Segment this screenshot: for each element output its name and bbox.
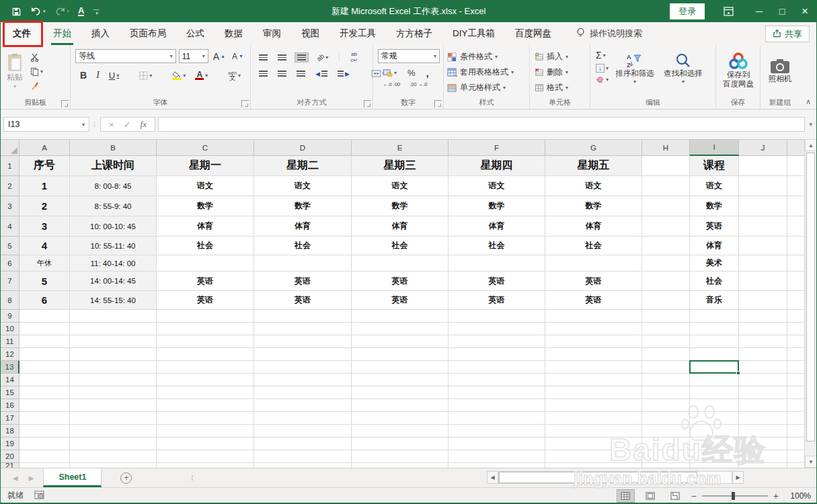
cell-X9[interactable] (787, 310, 806, 323)
cell-H5[interactable] (642, 237, 690, 255)
ribbon-tab-7[interactable]: 视图 (291, 22, 329, 45)
cell-B13[interactable] (70, 361, 157, 374)
cell-F16[interactable] (449, 399, 545, 412)
cell-E2[interactable]: 语文 (352, 176, 449, 196)
cell-J19[interactable] (739, 437, 787, 450)
cell-I2[interactable]: 语文 (690, 176, 739, 196)
cell-I3[interactable]: 数学 (690, 196, 739, 216)
cell-E12[interactable] (352, 348, 449, 361)
cell-styles-button[interactable]: 单元格样式▾ (447, 81, 526, 95)
cell-G7[interactable]: 英语 (545, 271, 642, 291)
cell-G5[interactable]: 社会 (545, 237, 642, 255)
decrease-indent-button[interactable]: ◀ (313, 70, 329, 78)
cell-J12[interactable] (739, 348, 787, 361)
cell-E19[interactable] (352, 437, 449, 450)
ribbon-tab-1[interactable]: 开始 (43, 22, 81, 45)
cell-C2[interactable]: 语文 (157, 176, 254, 196)
align-right-button[interactable] (295, 70, 307, 77)
cell-I18[interactable] (690, 425, 739, 437)
cell-I1[interactable]: 课程 (690, 156, 739, 176)
row-header-5[interactable]: 5 (1, 237, 20, 255)
increase-decimal-button[interactable]: ←.0 .00 (381, 81, 402, 88)
scroll-down-icon[interactable]: ▼ (805, 456, 817, 468)
align-bottom-button[interactable] (295, 52, 309, 62)
cell-I17[interactable] (690, 412, 739, 425)
cell-A9[interactable] (20, 310, 70, 323)
name-box[interactable]: I13 ▾ (3, 117, 89, 132)
select-all-corner[interactable] (1, 140, 20, 156)
borders-button[interactable]: ▾ (137, 71, 154, 81)
cell-F20[interactable] (449, 450, 545, 463)
cell-E15[interactable] (352, 386, 449, 399)
cell-A5[interactable]: 4 (20, 237, 70, 255)
percent-style-button[interactable]: % (405, 67, 418, 79)
cell-G9[interactable] (545, 310, 642, 323)
zoom-in-icon[interactable]: + (773, 491, 779, 501)
cell-J20[interactable] (739, 450, 787, 463)
new-sheet-button[interactable]: + (120, 472, 132, 484)
page-layout-view-button[interactable] (641, 489, 660, 503)
cell-A20[interactable] (20, 450, 70, 463)
column-header-E[interactable]: E (352, 140, 449, 156)
vertical-scrollbar[interactable]: ▲ ▼ (804, 139, 816, 468)
font-style-icon[interactable]: A (78, 7, 84, 16)
cell-F14[interactable] (449, 374, 545, 386)
cell-E21[interactable] (352, 463, 449, 468)
cell-H2[interactable] (642, 176, 690, 196)
cell-F5[interactable]: 社会 (449, 237, 545, 255)
cell-B20[interactable] (70, 450, 157, 463)
cell-C7[interactable]: 英语 (157, 271, 254, 291)
cell-A1[interactable]: 序号 (20, 156, 70, 176)
cell-H14[interactable] (642, 374, 690, 386)
cell-B15[interactable] (70, 386, 157, 399)
cell-C15[interactable] (157, 386, 254, 399)
column-header-C[interactable]: C (157, 140, 254, 156)
cell-E3[interactable]: 数学 (352, 196, 449, 216)
cell-F11[interactable] (449, 335, 545, 348)
row-header-6[interactable]: 6 (1, 255, 20, 271)
grow-font-button[interactable]: A▲ (211, 50, 227, 62)
cell-E9[interactable] (352, 310, 449, 323)
cell-J11[interactable] (739, 335, 787, 348)
close-button[interactable]: × (793, 1, 816, 22)
align-center-button[interactable] (276, 70, 288, 77)
zoom-track[interactable] (702, 495, 768, 497)
cell-F6[interactable] (449, 255, 545, 271)
cell-C14[interactable] (157, 374, 254, 386)
cell-X2[interactable] (787, 176, 806, 196)
cell-F15[interactable] (449, 386, 545, 399)
horizontal-scroll-thumb[interactable] (499, 472, 697, 483)
increase-indent-button[interactable]: ▶ (336, 70, 352, 78)
cell-A2[interactable]: 1 (20, 176, 70, 196)
row-header-19[interactable]: 19 (1, 437, 20, 450)
ribbon-tab-11[interactable]: 百度网盘 (505, 22, 561, 45)
cell-D1[interactable]: 星期二 (254, 156, 352, 176)
cell-A8[interactable]: 6 (20, 291, 70, 310)
cell-B2[interactable]: 8: 00-8: 45 (70, 176, 157, 196)
row-header-12[interactable]: 12 (1, 348, 20, 361)
cell-J4[interactable] (739, 216, 787, 237)
cell-X4[interactable] (787, 216, 806, 237)
cell-X1[interactable] (787, 156, 806, 176)
cell-F4[interactable]: 体育 (449, 216, 545, 237)
cell-F21[interactable] (449, 463, 545, 468)
cell-J15[interactable] (739, 386, 787, 399)
cell-B5[interactable]: 10: 55-11: 40 (70, 237, 157, 255)
cell-A21[interactable] (20, 463, 70, 468)
row-header-15[interactable]: 15 (1, 386, 20, 399)
cell-F1[interactable]: 星期四 (449, 156, 545, 176)
cell-F13[interactable] (449, 361, 545, 374)
cell-D19[interactable] (254, 437, 352, 450)
cell-A11[interactable] (20, 335, 70, 348)
cell-D16[interactable] (254, 399, 352, 412)
sheet-tab-sheet1[interactable]: Sheet1 (43, 468, 102, 487)
zoom-thumb[interactable] (732, 492, 735, 500)
cell-I20[interactable] (690, 450, 739, 463)
cell-G19[interactable] (545, 437, 642, 450)
normal-view-button[interactable] (617, 489, 635, 503)
cell-B18[interactable] (70, 425, 157, 437)
cell-G21[interactable] (545, 463, 642, 468)
cell-E13[interactable] (352, 361, 449, 374)
cell-J6[interactable] (739, 255, 787, 271)
cell-B4[interactable]: 10: 00-10: 45 (70, 216, 157, 237)
